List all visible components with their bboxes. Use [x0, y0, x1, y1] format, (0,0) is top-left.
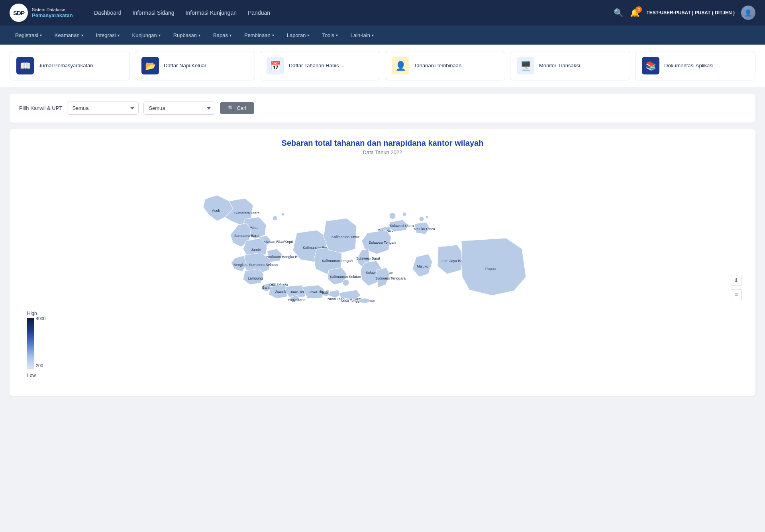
map-subtitle: Data Tahun 2022 [19, 149, 746, 155]
map-download-icon[interactable]: ⬇ [731, 275, 742, 286]
legend-high-value: 4000 [36, 316, 45, 321]
chevron-icon: ▾ [81, 33, 83, 37]
svg-text:📅: 📅 [270, 61, 281, 71]
book2-icon: 📚 [642, 57, 659, 74]
logo[interactable]: SDP Sistem Database Pemasyarakatan [10, 4, 81, 22]
sulut-label: Sulawesi Utara [390, 224, 414, 228]
shortcut-monitor-transaksi[interactable]: 🖥️ Monitor Transaksi [510, 51, 630, 80]
sumsel-label: Sumatera Selatan [249, 263, 278, 267]
shortcut-tahanan-pembinaan[interactable]: 👤 Tahanan Pembinaan [385, 51, 505, 80]
sumut-label: Sumatera Utara [234, 211, 260, 215]
subnav-bapas[interactable]: Bapas ▾ [208, 29, 237, 41]
bali-label: Bali [322, 291, 328, 295]
subnav-laporan[interactable]: Laporan ▾ [281, 29, 315, 41]
book-icon: 📖 [16, 57, 34, 74]
top-navigation: SDP Sistem Database Pemasyarakatan Dashb… [0, 0, 765, 25]
svg-text:🖥️: 🖥️ [520, 61, 532, 71]
legend-low-value: 200 [36, 363, 45, 368]
shortcut-label: Dokumentasi Aplikasi [664, 63, 714, 69]
indonesia-map: .prov { stroke: #ffffff; stroke-width: 1… [19, 163, 746, 386]
chevron-icon: ▾ [159, 33, 161, 37]
map-title: Sebaran total tahanan dan narapidana kan… [19, 139, 746, 148]
shortcut-label: Jurnal Pemasyarakatan [39, 63, 93, 69]
map-tools: ⬇ ≡ [731, 275, 742, 300]
shortcut-dokumentasi[interactable]: 📚 Dokumentasi Aplikasi [635, 51, 755, 80]
legend-gradient-bar [27, 318, 34, 370]
svg-text:📖: 📖 [20, 61, 31, 71]
logo-circle: SDP [10, 4, 28, 22]
maluku-utara-label: Maluku Utara [414, 227, 435, 231]
shortcut-label: Monitor Transaksi [539, 63, 580, 69]
island-small-6 [426, 215, 429, 219]
sumbar-label: Sumatera Barat [234, 234, 260, 238]
map-section: Sebaran total tahanan dan narapidana kan… [10, 129, 755, 396]
folder-arrow-icon: 📂 [141, 57, 159, 74]
shortcut-jurnal[interactable]: 📖 Jurnal Pemasyarakatan [10, 51, 130, 80]
search-button[interactable]: 🔍 [614, 8, 624, 18]
shortcut-label: Daftar Tahanan Habis ... [289, 63, 345, 69]
notification-button[interactable]: 🔔 0 [630, 8, 640, 18]
subnav-registrasi[interactable]: Registrasi ▾ [10, 29, 47, 41]
shortcuts-bar: 📖 Jurnal Pemasyarakatan 📂 Daftar Napi Ke… [0, 45, 765, 87]
sulteng-label: Sulawesi Tengah [369, 241, 396, 244]
subnav-lainlain[interactable]: Lain-lain ▾ [345, 29, 379, 41]
aceh-label: Aceh [212, 209, 220, 213]
island-small-1 [273, 216, 277, 221]
nav-dashboard[interactable]: Dashboard [94, 10, 122, 16]
shortcut-tahanan-habis[interactable]: 📅 Daftar Tahanan Habis ... [260, 51, 380, 80]
subnav-rupbasan[interactable]: Rupbasan ▾ [168, 29, 206, 41]
person-icon: 👤 [392, 57, 409, 74]
svg-text:📚: 📚 [645, 61, 657, 71]
bengkulu-label: Bengkulu [233, 263, 249, 267]
chevron-icon: ▾ [307, 33, 309, 37]
upt-select[interactable]: Semua [143, 102, 215, 115]
jambi-label: Jambi [251, 248, 261, 252]
island-small-3 [389, 213, 396, 219]
nav-kunjungan[interactable]: Informasi Kunjungan [186, 10, 237, 16]
subnav-keamanan[interactable]: Keamanan ▾ [49, 29, 89, 41]
svg-text:👤: 👤 [395, 61, 406, 71]
subnav-kunjungan[interactable]: Kunjungan ▾ [127, 29, 166, 41]
kaltim-label: Kalimantan Timur [332, 235, 359, 239]
avatar[interactable]: 👤 [741, 6, 755, 20]
chevron-icon: ▾ [272, 33, 274, 37]
map-table-icon[interactable]: ≡ [731, 289, 742, 300]
maluku-label: Maluku [417, 264, 428, 268]
chevron-icon: ▾ [118, 33, 120, 37]
sub-navigation: Registrasi ▾ Keamanan ▾ Integrasi ▾ Kunj… [0, 25, 765, 45]
filter-label: Pilih Kanwil & UPT [19, 105, 62, 111]
chevron-icon: ▾ [40, 33, 42, 37]
chevron-icon: ▾ [230, 33, 231, 37]
island-small-2 [281, 213, 284, 216]
top-nav-links: Dashboard Informasi Sidang Informasi Kun… [94, 10, 601, 16]
legend-low-label: Low [27, 373, 36, 378]
chevron-icon: ▾ [372, 33, 374, 37]
top-nav-right: 🔍 🔔 0 TEST-USER-PUSAT | PUSAT ( DITJEN )… [614, 6, 755, 20]
lampung-label: Lampung [248, 276, 263, 280]
shortcut-label: Daftar Napi Keluar [164, 63, 206, 69]
filter-bar: Pilih Kanwil & UPT Semua Semua 🔍 Cari [10, 94, 755, 123]
island-small-8 [359, 298, 370, 303]
legend-high-label: High [27, 311, 37, 316]
shortcut-napi-keluar[interactable]: 📂 Daftar Napi Keluar [135, 51, 255, 80]
cari-button[interactable]: 🔍 Cari [220, 102, 254, 114]
nav-panduan[interactable]: Panduan [248, 10, 270, 16]
chevron-icon: ▾ [336, 33, 338, 37]
subnav-integrasi[interactable]: Integrasi ▾ [90, 29, 125, 41]
sulbar-label: Sulawesi Barat [356, 256, 381, 260]
subnav-pembinaan[interactable]: Pembinaan ▾ [239, 29, 280, 41]
papua-label: Papua [485, 267, 496, 271]
province-ntb[interactable] [329, 290, 341, 298]
notification-badge: 0 [636, 6, 642, 13]
kalsel-label: Kalimantan Selatan [330, 275, 361, 279]
monitor-icon: 🖥️ [517, 57, 534, 74]
kanwil-select[interactable]: Semua [67, 102, 139, 115]
nav-sidang[interactable]: Informasi Sidang [133, 10, 175, 16]
map-container: .prov { stroke: #ffffff; stroke-width: 1… [19, 163, 746, 386]
subnav-tools[interactable]: Tools ▾ [316, 29, 343, 41]
legend-ticks: 4000 200 [36, 316, 45, 368]
island-small-7 [343, 280, 349, 286]
map-legend: High 4000 200 Low [27, 311, 45, 378]
island-small-4 [402, 212, 406, 216]
island-small-5 [419, 217, 424, 221]
